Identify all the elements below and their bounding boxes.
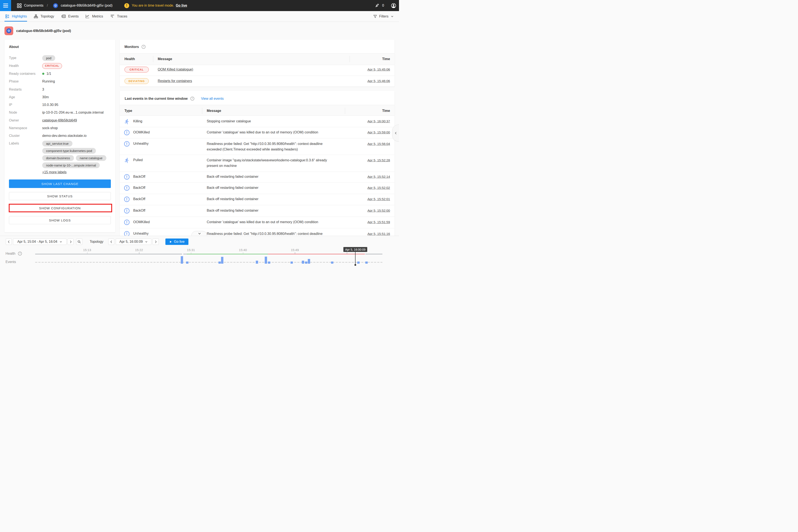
svg-text:?: ?	[143, 45, 144, 48]
svg-text:?: ?	[192, 97, 193, 100]
svg-text:?: ?	[19, 252, 21, 255]
